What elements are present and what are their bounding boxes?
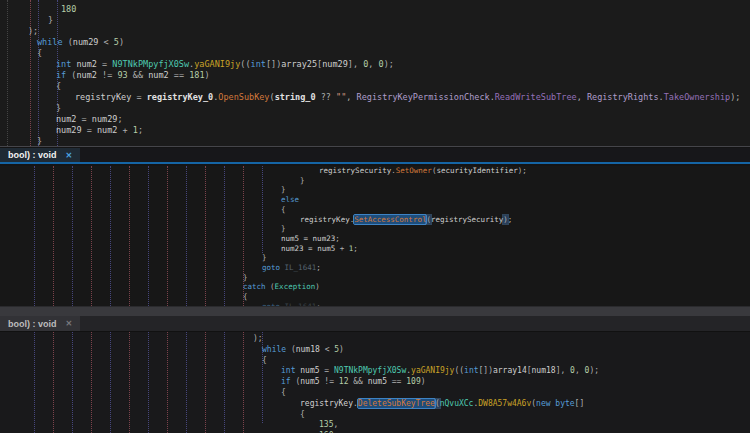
code-token: int bbox=[464, 366, 478, 375]
code-line[interactable]: registryKey.DeleteSubKeyTree(nQvuXCc.DW8… bbox=[300, 399, 584, 408]
code-token: num5 bbox=[317, 244, 335, 253]
code-token: { bbox=[243, 292, 248, 301]
pane-splitter[interactable] bbox=[0, 306, 750, 316]
code-line[interactable]: registrySecurity.SetOwner(securityIdenti… bbox=[319, 167, 527, 176]
code-token: int bbox=[251, 59, 266, 69]
code-token: string_0 bbox=[275, 92, 316, 102]
code-line[interactable]: registryKey = registryKey_0.OpenSubKey(s… bbox=[75, 93, 740, 103]
code-token: "" bbox=[336, 92, 346, 102]
code-line[interactable]: { bbox=[281, 206, 286, 215]
code-token: yaGANI9jy bbox=[194, 59, 240, 69]
code-line[interactable]: ); bbox=[28, 27, 38, 37]
indent-guide bbox=[186, 166, 187, 306]
code-token: num5 bbox=[368, 377, 387, 386]
tab-close-icon[interactable]: ✕ bbox=[66, 151, 73, 160]
code-line[interactable]: num5 = num23; bbox=[281, 235, 340, 244]
code-token: = bbox=[76, 114, 91, 124]
code-token: num23 bbox=[313, 234, 336, 243]
code-token: ; bbox=[353, 244, 358, 253]
highlighted-reference[interactable]: SetAccessControl bbox=[354, 215, 426, 224]
code-line[interactable]: goto IL_1641; bbox=[262, 264, 321, 273]
indent-guide bbox=[110, 332, 111, 433]
code-token: DW8A57w4A6v bbox=[478, 399, 531, 408]
code-token: = bbox=[131, 92, 146, 102]
code-line[interactable]: num23 = num5 + 1; bbox=[281, 245, 358, 254]
code-token: if bbox=[281, 377, 291, 386]
code-token: } bbox=[48, 15, 53, 25]
code-line[interactable]: 180 bbox=[61, 5, 76, 15]
code-line[interactable]: registryKey.SetAccessControl(registrySec… bbox=[300, 216, 512, 225]
code-pane-middle[interactable]: registrySecurity.SetOwner(securityIdenti… bbox=[0, 166, 750, 306]
code-token: []) bbox=[266, 59, 281, 69]
code-line[interactable]: catch (Exception) bbox=[243, 283, 320, 292]
code-line[interactable]: { bbox=[243, 293, 248, 302]
code-token: num5 bbox=[281, 234, 299, 243]
code-line[interactable]: { bbox=[56, 82, 61, 92]
code-token: && bbox=[128, 70, 148, 80]
code-token: ) bbox=[421, 377, 426, 386]
code-token: RegistryKeyPermissionCheck bbox=[357, 92, 490, 102]
code-token: + bbox=[335, 244, 349, 253]
code-line[interactable]: { bbox=[262, 356, 267, 365]
code-line[interactable]: } bbox=[281, 225, 286, 234]
code-line[interactable]: { bbox=[281, 388, 286, 397]
tab-label: bool) : void bbox=[8, 150, 57, 160]
code-token: ); bbox=[384, 59, 394, 69]
code-token: num29 bbox=[92, 114, 118, 124]
code-line[interactable]: } bbox=[37, 137, 42, 147]
code-line[interactable]: num2 = num29; bbox=[56, 115, 123, 125]
code-token: ; bbox=[335, 234, 340, 243]
tab-method-bool-void-active[interactable]: bool) : void ✕ bbox=[0, 148, 80, 162]
code-line[interactable]: num29 = num2 + 1; bbox=[56, 126, 143, 136]
code-token: N9TNkPMpyfjX0Sw bbox=[112, 59, 189, 69]
code-token: SetOwner bbox=[396, 166, 432, 175]
code-line[interactable]: if (num5 != 12 && num5 == 109) bbox=[281, 377, 426, 386]
code-line[interactable]: } bbox=[243, 274, 248, 283]
code-line[interactable]: { bbox=[37, 49, 42, 59]
code-token: } bbox=[56, 103, 61, 113]
code-token: ); bbox=[518, 166, 527, 175]
code-token: ) bbox=[315, 282, 320, 291]
code-token: goto bbox=[262, 263, 280, 272]
code-line[interactable]: while (num29 < 5) bbox=[37, 38, 124, 48]
indent-guide bbox=[224, 332, 225, 433]
code-line[interactable]: if (num2 != 93 && num2 == 181) bbox=[56, 71, 210, 81]
code-token: ); bbox=[589, 366, 599, 375]
code-pane-bottom[interactable]: );while (num18 < 5){int num5 = N9TNkPMpy… bbox=[0, 332, 750, 433]
code-token: == bbox=[387, 377, 406, 386]
code-line[interactable]: } bbox=[262, 254, 267, 263]
code-line[interactable]: } bbox=[48, 16, 53, 26]
code-token: ], bbox=[556, 366, 570, 375]
tab-close-icon[interactable]: ✕ bbox=[66, 319, 73, 328]
tab-method-bool-void-inactive[interactable]: bool) : void ✕ bbox=[0, 316, 80, 331]
tab-label: bool) : void bbox=[8, 319, 57, 329]
code-line[interactable]: { bbox=[300, 410, 305, 419]
code-token: != bbox=[320, 377, 339, 386]
code-token: new bbox=[536, 399, 550, 408]
code-token: } bbox=[243, 273, 248, 282]
code-line[interactable]: else bbox=[281, 196, 299, 205]
code-token: } bbox=[37, 136, 42, 146]
indent-guide bbox=[243, 332, 244, 433]
code-token: } bbox=[300, 176, 305, 185]
code-token: , bbox=[333, 420, 338, 429]
highlighted-reference[interactable]: DeleteSubKeyTree bbox=[358, 399, 435, 408]
code-token: registryKey bbox=[75, 92, 131, 102]
code-token: ); bbox=[730, 92, 740, 102]
code-line[interactable]: } bbox=[300, 177, 305, 186]
indent-guide bbox=[30, 0, 31, 146]
code-token: (( bbox=[454, 366, 464, 375]
code-line[interactable]: int num5 = N9TNkPMpyfjX0Sw.yaGANI9jy((in… bbox=[281, 366, 599, 375]
indent-guide bbox=[224, 166, 225, 306]
code-line[interactable]: } bbox=[56, 104, 61, 114]
code-line[interactable]: while (num18 < 5) bbox=[262, 345, 344, 354]
code-token: [] bbox=[575, 399, 585, 408]
code-line[interactable]: int num2 = N9TNkPMpyfjX0Sw.yaGANI9jy((in… bbox=[56, 60, 394, 70]
code-pane-top[interactable]: 180});while (num29 < 5){int num2 = N9TNk… bbox=[0, 0, 750, 147]
indent-guide bbox=[148, 332, 149, 433]
code-line[interactable]: 135, bbox=[319, 420, 338, 429]
code-token: { bbox=[281, 205, 286, 214]
code-line[interactable]: } bbox=[281, 186, 286, 195]
code-token: num29 bbox=[56, 125, 82, 135]
code-line[interactable]: ); bbox=[253, 334, 263, 343]
